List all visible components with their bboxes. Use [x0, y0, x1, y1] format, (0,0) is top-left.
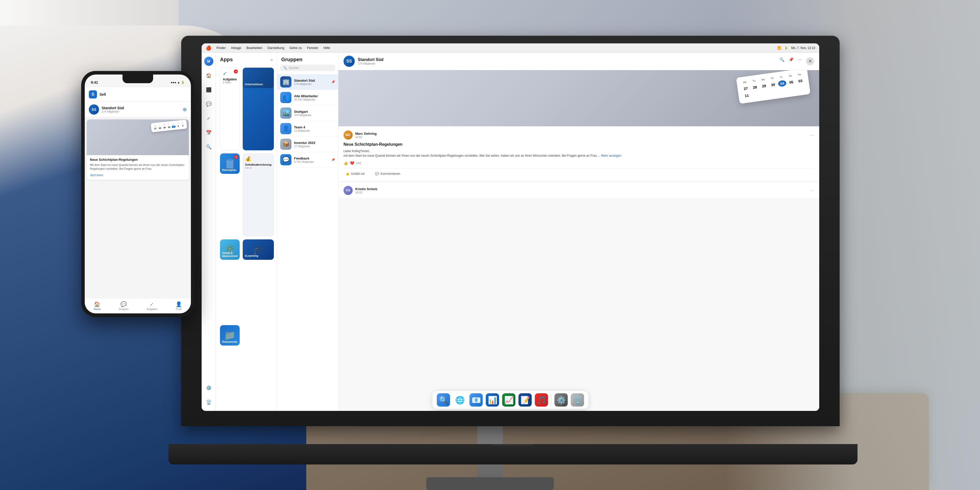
app-tile-unternehmen[interactable]: Unternehmen [243, 68, 274, 150]
phone-tab-tasks[interactable]: ✓ Aufgaben [146, 301, 158, 310]
menu-bearbeiten[interactable]: Bearbeiten [246, 46, 262, 50]
reaction-count: 244 [356, 162, 361, 165]
like-label: Gefällt mir [351, 172, 365, 176]
phone-tab-messages[interactable]: 💬 Gruppen [119, 301, 129, 310]
group-members-inventur2022: 27 Mitglieder [294, 145, 335, 148]
group-name-alle-mitarbeiter: Alle Mitarbeiter [294, 94, 335, 98]
search-icon-main[interactable]: 🔍 [780, 57, 784, 65]
dock-settings[interactable]: ⚙️ [555, 393, 568, 407]
post-more-icon[interactable]: ⋯ [810, 132, 814, 138]
phone: 9:41 ●●● ▲ 🔋 S Sell SS Standort Süd 174 … [82, 72, 215, 327]
hero-calendar-image: Mo Tu We Th Fr Sa Su 2 [339, 70, 819, 126]
app-tile-gehaltsabrechnung[interactable]: 💰 Gehaltsabrechnung KW 24 [243, 153, 274, 236]
menu-fenster[interactable]: Fenster [307, 46, 318, 50]
group-item-feedback[interactable]: 💬 Feedback 8.761 Mitglieder 📌 [277, 152, 338, 168]
close-btn[interactable]: ✕ [806, 57, 814, 65]
apple-menu[interactable]: 🍎 [206, 45, 211, 51]
dock-finder[interactable]: 🔍 [437, 393, 450, 407]
phone-settings-icon[interactable]: ⚙️ [183, 107, 187, 111]
cal-day-28: 28 [751, 84, 759, 91]
app-tile-elearning[interactable]: 🎓 eLearning [243, 239, 274, 322]
comment-button[interactable]: 💬 Kommentieren [373, 171, 402, 177]
post-title: Neue Schichtplan-Regelungen [344, 142, 814, 147]
post-actions: 👍 Gefällt mir 💬 Kommentieren [344, 168, 814, 177]
apps-collapse-icon[interactable]: « [270, 57, 273, 62]
main-panel-header: SS Standort Süd 174 Mitglieder 🔍 📌 ⋯ ✕ [339, 52, 819, 70]
menu-darstellung[interactable]: Darstellung [267, 46, 284, 50]
group-members-standort-sued: 174 Mitglieder [294, 83, 329, 86]
dock-trash[interactable]: 🗑️ [571, 393, 584, 407]
unternehmen-label: Unternehmen [245, 83, 263, 86]
next-post-more-icon[interactable]: ⋯ [810, 188, 814, 193]
menu-ablage[interactable]: Ablage [231, 46, 241, 50]
group-name-stuttgart: Stuttgart [294, 110, 335, 114]
menu-hilfe[interactable]: Hilfe [323, 46, 330, 50]
menu-finder[interactable]: Finder [216, 46, 226, 50]
post-text-content: Liebe Kolleg*innen,mit dem Start ins neu… [344, 149, 601, 158]
group-info-alle-mitarbeiter: Alle Mitarbeiter 55.343 Mitglieder [294, 94, 335, 101]
phone-tab-home-label: Home [94, 308, 100, 310]
app-tile-aufgaben[interactable]: ✓ Aufgaben 2 Offen ● [220, 68, 240, 150]
phone-tab-messages-label: Gruppen [119, 308, 129, 310]
pin-icon-main[interactable]: 📌 [789, 57, 794, 65]
group-members-feedback: 8.761 Mitglieder [294, 160, 329, 163]
more-icon-main[interactable]: ⋯ [798, 57, 802, 65]
post-author-row: MG Marc Gehring 10:62 ⋯ [344, 130, 814, 140]
nav-trash[interactable]: 🗑️ [204, 398, 213, 407]
cal-header-fr: Fr [777, 75, 786, 79]
group-avatar-standort-sued: 🏢 [280, 76, 291, 88]
phone-tab-home[interactable]: 🏠 Home [94, 301, 100, 310]
group-item-standort-sued[interactable]: 🏢 Standort Süd 174 Mitglieder 📌 [277, 74, 338, 90]
phone-body: 9:41 ●●● ▲ 🔋 S Sell SS Standort Süd 174 … [82, 72, 194, 317]
group-avatar-stuttgart: 🏙️ [280, 107, 291, 119]
phone-tab-profile-label: Profil [176, 308, 182, 310]
laptop-screen-bezel: 🍎 Finder Ablage Bearbeiten Darstellung G… [202, 43, 819, 411]
dock-separator [551, 394, 552, 406]
profile-icon: 👤 [176, 301, 182, 307]
phone-post-read-link[interactable]: Jetzt lesen [90, 173, 103, 177]
menu-gehe-zu[interactable]: Gehe zu [290, 46, 302, 50]
messages-icon: 💬 [121, 301, 127, 307]
app-tile-dokumente[interactable]: 📁 Dokumente [220, 325, 240, 408]
nav-settings[interactable]: ⚙️ [204, 383, 213, 393]
cal-day-05: 05 [787, 79, 796, 86]
phone-tab-profile[interactable]: 👤 Profil [176, 301, 182, 310]
dokumente-label: Dokumente [222, 340, 237, 344]
phone-content-spacer [85, 182, 191, 298]
dock-app1[interactable]: 📊 [486, 393, 499, 407]
dock-mail[interactable]: 📧 [469, 393, 483, 407]
app-tile-urlaub[interactable]: 🌴 Urlaub & Abwesenheit [220, 239, 240, 322]
dock-word[interactable]: 📝 [519, 393, 532, 407]
app-content: M 🏠 ⬛ 💬 ✓ 📅 🔍 ⚙️ 🗑️ [202, 52, 819, 411]
group-members-stuttgart: 374 Mitglieder [294, 114, 335, 117]
group-item-inventur2022[interactable]: 📦 Inventur 2022 27 Mitglieder [277, 137, 338, 152]
app-tile-dienstplan[interactable]: 📋 Dienstplan ● [220, 153, 240, 236]
phone-group-sub: 174 Mitglieder [102, 110, 124, 113]
aufgaben-label: Aufgaben [223, 78, 237, 81]
group-item-team4[interactable]: 👤 Team 4 13 Mitglieder [277, 121, 338, 137]
phone-tab-tasks-label: Aufgaben [146, 308, 158, 310]
groups-search[interactable]: 🔍 Suchen [280, 65, 335, 71]
apps-panel: Apps « ✓ Aufgaben 2 Offen [216, 52, 277, 411]
phone-notch [123, 75, 153, 83]
user-avatar[interactable]: M [204, 57, 213, 66]
group-name-standort-sued: Standort Süd [294, 79, 329, 83]
group-info-inventur2022: Inventur 2022 27 Mitglieder [294, 141, 335, 148]
group-item-alle-mitarbeiter[interactable]: 👥 Alle Mitarbeiter 55.343 Mitglieder [277, 90, 338, 105]
phone-post-image: M T W T F S S 27 28 29 [87, 119, 189, 155]
post-author-name: Marc Gehring [355, 132, 377, 135]
group-info-feedback: Feedback 8.761 Mitglieder [294, 156, 329, 163]
dock-excel[interactable]: 📈 [502, 393, 515, 407]
phone-post-card: M T W T F S S 27 28 29 [87, 119, 189, 180]
home-icon: 🏠 [94, 301, 100, 307]
phone-app-header: S Sell [85, 87, 191, 102]
menu-bar-right: 📶 🔋 Mo, 7. Nov. 12:13 [777, 46, 815, 50]
dock-app2[interactable]: 🎵 [535, 393, 548, 407]
like-button[interactable]: 👍 Gefällt mir [344, 171, 367, 177]
dock-chrome[interactable]: 🌐 [453, 393, 466, 407]
next-post-preview: KS Kristin Scholz 16:02 ⋯ [339, 183, 819, 198]
gehalts-icon: 💰 [245, 156, 271, 162]
phone-post-body: Neue Schichtplan-Regelungen Mit dem Star… [87, 155, 189, 180]
group-item-stuttgart[interactable]: 🏙️ Stuttgart 374 Mitglieder [277, 105, 338, 121]
post-more-link[interactable]: Mehr anzeigen [601, 154, 621, 158]
